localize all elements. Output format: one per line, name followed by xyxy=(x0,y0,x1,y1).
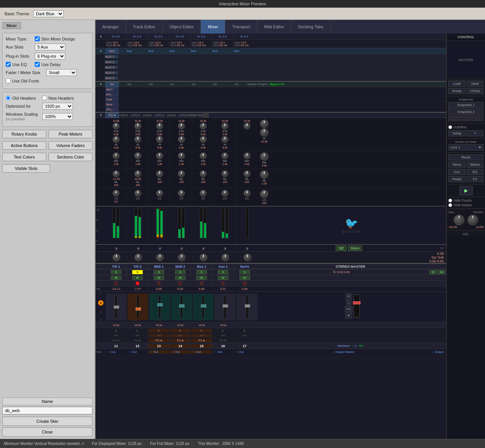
mixer-content: ▼ In 1-2 In 1-2 In 1-2 In 1-2 In 1-2 In … xyxy=(95,34,485,439)
left-panel: Mixer Mixer Type: Slim Mixer Design Aux … xyxy=(0,20,95,439)
use-old-fonts-checkbox[interactable] xyxy=(6,78,11,83)
top-bar: Basic Theme: Dark Blue xyxy=(0,8,485,20)
peaks-button[interactable]: Peaks xyxy=(448,176,466,182)
old-headers-radio[interactable] xyxy=(6,95,11,100)
old-headers-radio-label: Old Headers xyxy=(6,95,36,100)
aux1-dropdown[interactable]: AUX 1 ▼ xyxy=(448,144,483,150)
hide-tracks-radio[interactable] xyxy=(448,199,452,202)
load-button[interactable]: Load xyxy=(448,81,466,87)
for-full-text: For Full Mixer: 1126 px. xyxy=(150,442,190,446)
optimized-for-label: Optimized for xyxy=(6,104,40,108)
ungrp-button[interactable]: UnGrp xyxy=(467,88,484,94)
snapshot1-button[interactable]: Snapshot 1 xyxy=(448,102,483,108)
solo-label: Solo xyxy=(448,210,454,214)
right-panel: Arranger Track Editor Object Editor Mixe… xyxy=(95,20,485,439)
volume-faders-button[interactable]: Volume Faders xyxy=(48,141,92,150)
reset-button[interactable]: Reset xyxy=(448,154,483,160)
use-delay-checkbox-label: Use Delay xyxy=(35,62,61,67)
use-eq-checkbox[interactable] xyxy=(6,62,11,67)
tab-midi-editor[interactable]: Midi Editor xyxy=(257,20,291,34)
master-label: MASTER xyxy=(447,41,485,79)
status-bar: Minimum Monitor Vertical Resolution need… xyxy=(0,439,485,448)
name-display: Name xyxy=(2,398,92,405)
fader-meter-select[interactable]: Small xyxy=(46,69,77,76)
save-button[interactable]: Save xyxy=(467,81,484,87)
aux-slots-label: Aux Slots xyxy=(6,45,32,49)
tab-object-editor[interactable]: Object Editor xyxy=(163,20,201,34)
min-monitor-text: Minimum Monitor Vertical Resolution need… xyxy=(4,442,84,446)
tab-bar: Arranger Track Editor Object Editor Mixe… xyxy=(95,20,485,34)
use-eq-checkbox-label: Use EQ xyxy=(6,62,32,67)
fx-button[interactable]: FX xyxy=(467,176,484,182)
output-label: Output xyxy=(435,350,444,354)
hide-master-radio[interactable] xyxy=(448,203,452,207)
window-title: Interactive Mixer Preview xyxy=(219,2,266,6)
rotary-knobs-button[interactable]: Rotary Knobs xyxy=(2,130,46,138)
windows-scaling-label: Windows Scaling (no preview) xyxy=(6,112,40,121)
visible-slots-button[interactable]: Visible Slots xyxy=(2,164,50,173)
sections-color-button[interactable]: Sections Color xyxy=(48,153,92,161)
tab-track-editor[interactable]: Track Editor xyxy=(126,20,163,34)
use-old-fonts-label: Use Old Fonts xyxy=(6,78,39,83)
mixdown-label: Mixdown xyxy=(338,344,350,348)
mixer-settings-section: Mixer Type: Slim Mixer Design Aux Slots … xyxy=(2,33,92,89)
play-button[interactable]: ▶ xyxy=(459,186,473,195)
monitor-knob[interactable] xyxy=(467,215,478,225)
group-button[interactable]: Group xyxy=(448,88,466,94)
basic-theme-label: Basic Theme: xyxy=(5,11,30,16)
plugin-slots-select[interactable]: 6 Plug-ins xyxy=(35,53,65,60)
active-buttons-button[interactable]: Active Buttons xyxy=(2,141,46,150)
use-delay-checkbox[interactable] xyxy=(35,62,40,67)
scaling-select[interactable]: 100% xyxy=(42,113,73,120)
birdline-text: birdline xyxy=(342,230,361,234)
mixer-main-area: ▼ In 1-2 In 1-2 In 1-2 In 1-2 In 1-2 In … xyxy=(95,34,447,439)
stereo-master-label: STEREO MASTER xyxy=(255,265,445,268)
snapshots-label: Snapshots xyxy=(448,98,483,101)
new-headers-radio[interactable] xyxy=(42,95,47,100)
create-skin-button[interactable]: Create Skin xyxy=(2,417,92,426)
solo-knob[interactable] xyxy=(454,215,464,225)
text-colors-button[interactable]: Text Colors xyxy=(2,153,46,161)
for-displayed-text: For Displayed Mixer: 1126 px. xyxy=(92,442,142,446)
aux-button[interactable]: Aux xyxy=(448,169,466,175)
hide-master-label: Hide Master xyxy=(454,203,472,207)
hide-tracks-label: Hide Tracks xyxy=(454,199,472,202)
mixer-tab[interactable]: Mixer xyxy=(2,22,21,29)
action-buttons-row2: Active Buttons Volume Faders xyxy=(2,141,92,150)
afl-label: AFL xyxy=(463,232,469,236)
snapshot3-button[interactable] xyxy=(448,116,483,118)
autorec-radio[interactable] xyxy=(448,125,452,129)
new-headers-radio-label: New Headers xyxy=(42,95,74,100)
title-bar: Interactive Mixer Preview xyxy=(0,0,485,8)
on-label: On xyxy=(359,344,363,348)
basic-theme-select[interactable]: Dark Blue xyxy=(33,10,64,17)
this-monitor-text: This Monitor : 2560 X 1440 xyxy=(198,442,244,446)
tab-mixer[interactable]: Mixer xyxy=(201,20,225,34)
name-section: Name Create Skin Close xyxy=(2,398,92,437)
snapshot4-button[interactable] xyxy=(448,119,483,121)
close-button[interactable]: Close xyxy=(2,427,92,437)
stereo-button[interactable]: Stereo xyxy=(467,162,484,168)
setup-button[interactable]: Setup xyxy=(448,130,466,136)
eq-button[interactable]: EQ xyxy=(467,169,484,175)
output-master-label: Output Master xyxy=(335,350,355,354)
name-input[interactable] xyxy=(2,407,92,414)
autorec-label: AutoRec xyxy=(454,125,467,129)
mono-button[interactable]: Mono xyxy=(448,162,466,168)
peak-meters-button[interactable]: Peak Meters xyxy=(48,130,92,138)
slim-mixer-checkbox-label: Slim Mixer Design xyxy=(35,36,75,41)
mixer-type-label: Mixer Type: xyxy=(6,37,32,41)
tab-docking-tabs[interactable]: Docking Tabs xyxy=(291,20,331,34)
optimized-select[interactable]: 1920 px xyxy=(42,103,73,110)
monitor-label: Monitor xyxy=(473,210,483,214)
action-buttons-row1: Rotary Knobs Peak Meters xyxy=(2,130,92,138)
slim-mixer-checkbox[interactable] xyxy=(35,36,40,41)
control-label: CONTROL xyxy=(447,34,485,41)
headers-section: Old Headers New Headers Optimized for 19… xyxy=(2,92,92,127)
aux-slots-select[interactable]: 5 Aux xyxy=(35,44,65,50)
snapshot2-button[interactable]: Snapshot 2 xyxy=(448,109,483,115)
tab-transport[interactable]: Transport xyxy=(225,20,257,34)
mixer-control-area: CONTROL MASTER Load Save Group UnGrp xyxy=(447,34,485,439)
mixer-preview: ▼ In 1-2 In 1-2 In 1-2 In 1-2 In 1-2 In … xyxy=(95,34,485,439)
tab-arranger[interactable]: Arranger xyxy=(95,20,126,34)
